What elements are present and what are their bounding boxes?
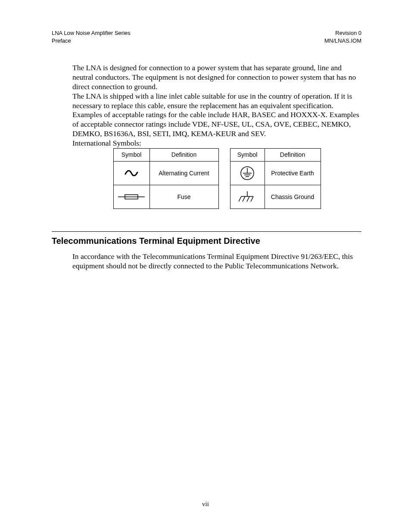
svg-line-14 xyxy=(251,196,253,202)
protective-earth-icon xyxy=(231,165,264,181)
table-cell-definition: Alternating Current xyxy=(149,161,218,185)
table-row: Protective Earth xyxy=(230,161,321,185)
table-cell-definition: Chassis Ground xyxy=(265,185,321,208)
header-right-line1: Revision 0 xyxy=(324,29,361,37)
table-header-symbol: Symbol xyxy=(230,148,265,161)
symbols-table-right: Symbol Definition Protective xyxy=(230,148,321,209)
section-divider xyxy=(52,231,361,232)
svg-line-13 xyxy=(247,196,249,202)
table-row: Fuse xyxy=(113,185,218,208)
paragraph-power-system: The LNA is designed for connection to a … xyxy=(72,63,361,92)
chassis-ground-icon xyxy=(231,190,264,203)
running-header: LNA Low Noise Amplifier Series Preface R… xyxy=(52,29,361,44)
table-header-definition: Definition xyxy=(149,148,218,161)
section-heading: Telecommunications Terminal Equipment Di… xyxy=(52,236,361,246)
page-number: vii xyxy=(0,501,411,508)
symbols-tables: Symbol Definition Alternating Current xyxy=(72,148,361,209)
table-header-definition: Definition xyxy=(265,148,321,161)
header-right-line2: MN/LNAS.IOM xyxy=(324,37,361,45)
table-row: Chassis Ground xyxy=(230,185,321,208)
fuse-icon xyxy=(114,194,149,200)
header-left-line2: Preface xyxy=(52,37,131,45)
table-cell-definition: Fuse xyxy=(149,185,218,208)
paragraph-line-cable: The LNA is shipped with a line inlet cab… xyxy=(72,92,361,139)
svg-line-12 xyxy=(243,196,245,202)
table-cell-definition: Protective Earth xyxy=(265,161,321,185)
table-header-symbol: Symbol xyxy=(113,148,149,161)
section-body: In accordance with the Telecommunication… xyxy=(72,252,361,271)
ac-icon xyxy=(114,170,149,176)
header-left-line1: LNA Low Noise Amplifier Series xyxy=(52,29,131,37)
table-row: Alternating Current xyxy=(113,161,218,185)
international-symbols-label: International Symbols: xyxy=(72,139,361,148)
svg-line-11 xyxy=(239,196,241,202)
symbols-table-left: Symbol Definition Alternating Current xyxy=(113,148,219,209)
